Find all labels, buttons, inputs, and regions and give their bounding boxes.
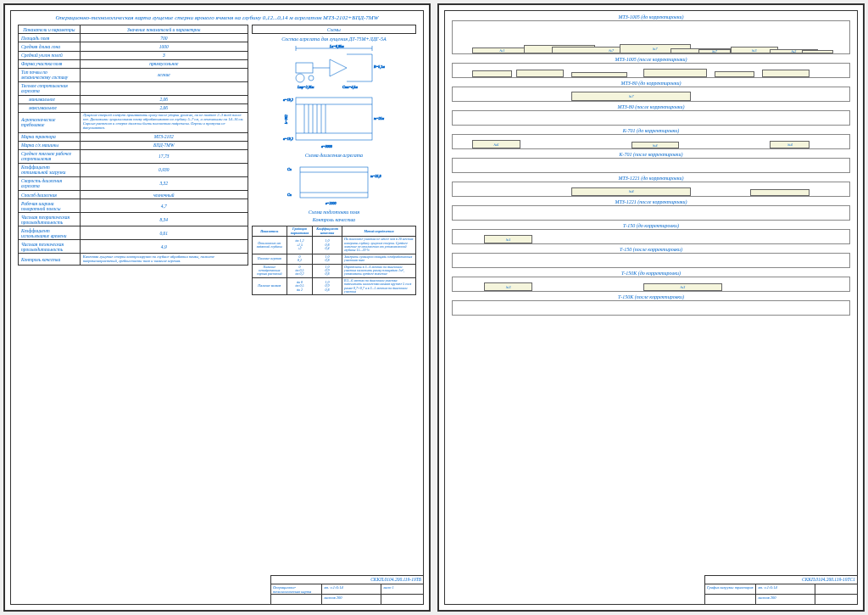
table-row: Коэффициент использование времени0,61	[19, 226, 248, 240]
quality-table: ПоказательГрадация нормативовКоэффициент…	[252, 226, 416, 295]
scheme1-svg: Lа=6,85м В=5,1м Lтр=2,35м Сти=4,5м	[279, 44, 389, 91]
col-header-1: Показатели и параметры	[19, 25, 81, 34]
svg-text:m=25,8: m=25,8	[370, 174, 381, 179]
chart-label: К-701 (до корректировки)	[452, 128, 850, 133]
chart-bar	[762, 70, 810, 77]
chart-label: К-701 (после корректировки)	[452, 152, 850, 157]
chart-grid	[452, 205, 850, 221]
chart-row: МТЗ-80 (после корректировки)	[452, 104, 850, 126]
chart-label: МТЗ-1005 (до корректировки)	[452, 14, 850, 20]
table-row: Часовая техническая производительность4,…	[19, 240, 248, 254]
svg-text:Сn: Сn	[287, 193, 292, 197]
table-row: Агротехнические требованиеЛущение стерне…	[19, 112, 248, 132]
chart-row: Т-150К (после корректировки)	[452, 294, 850, 316]
chart-bar: №3	[643, 283, 723, 291]
titleblock-left: СККП.0104.200.119-19ТБ Операционно-техно…	[270, 575, 423, 604]
col-header-3: Схемы	[252, 25, 415, 34]
chart-bar	[571, 72, 627, 77]
chart-row: Т-150 (после корректировки)	[452, 247, 850, 268]
sheet-right-inner: МТЗ-1005 (до корректировки)№1№2№7№7№7№3№…	[444, 10, 858, 605]
chart-bar: №6	[472, 140, 520, 148]
table-row: Марка трактораМТЗ-2102	[19, 132, 248, 141]
svg-point-5	[296, 74, 304, 82]
titleblock-right: СККП.0104.200.119-19ТС1 График загрузки …	[704, 575, 857, 604]
chart-grid	[452, 63, 850, 78]
chart-label: Т-150К (до корректировки)	[452, 271, 850, 276]
chart-grid: №3№3	[452, 277, 850, 292]
chart-grid: №1№2№7№7№7№3№2	[452, 20, 850, 54]
chart-label: Т-150 (после корректировки)	[452, 247, 850, 252]
table-row: Наличие неподрезанных сорных растений0 д…	[252, 264, 415, 277]
table-row: минимальное2,06	[19, 95, 248, 103]
table-row: Марка с/х машиныБПД-7МW	[19, 141, 248, 149]
chart-bar: №4	[770, 141, 810, 148]
scheme3-title: Схема подготовки поля	[252, 210, 416, 215]
chart-label: МТЗ-1221 (до корректировки)	[452, 176, 850, 181]
table-row: Скорость движения агрегата3,32	[19, 176, 248, 190]
table-row: Средний уклон полей3	[19, 51, 248, 59]
sheet-right: МТЗ-1005 (до корректировки)№1№2№7№7№7№3№…	[437, 3, 865, 612]
params-table: Показатели и параметры Значение показате…	[18, 25, 248, 266]
col-header-2: Значение показателей и параметров	[80, 25, 248, 34]
table-row: Рабочая ширина поворотной полосы4,7	[19, 199, 248, 213]
chart-grid: №7	[452, 87, 850, 102]
chart-bar	[802, 50, 833, 53]
svg-text:В=5,1м: В=5,1м	[374, 64, 385, 70]
table-row: Наличие комковдо 0до 0,5до 21,00,90,8В 3…	[252, 277, 415, 295]
chart-row: МТЗ-1221 (после корректировки)	[452, 199, 850, 221]
chart-bar	[715, 71, 754, 77]
chart-bar	[516, 70, 564, 77]
svg-rect-28	[300, 167, 368, 198]
chart-label: Т-150К (после корректировки)	[452, 294, 850, 299]
sheet-left: Операционно-технологическая карта лущени…	[3, 3, 431, 612]
scheme4-title: Контроль качества	[252, 217, 416, 222]
svg-text:Сти=4,5м: Сти=4,5м	[342, 85, 358, 90]
svg-text:Сn: Сn	[287, 167, 292, 171]
chart-label: МТЗ-1221 (после корректировки)	[452, 199, 850, 204]
table-row: Способ движениячелночный	[19, 191, 248, 199]
chart-row: К-701 (после корректировки)	[452, 152, 850, 173]
svg-text:α=19,2: α=19,2	[283, 137, 293, 142]
svg-text:в=2000: в=2000	[326, 201, 336, 205]
svg-rect-4	[296, 63, 313, 73]
table-row: Тяговое сопротивления агрегата	[19, 81, 248, 95]
chart-grid	[452, 110, 850, 126]
chart-bar: №7	[698, 49, 730, 53]
chart-row: Т-150 (до корректировки)№1	[452, 223, 850, 244]
chart-grid	[452, 158, 850, 173]
scheme2-svg: α=19,2 b=962 а=3000 m=25м α=19,2	[279, 91, 389, 150]
chart-bar: №1	[472, 48, 531, 53]
svg-text:Lтр=2,35м: Lтр=2,35м	[297, 85, 314, 90]
table-row: Тип почвы по механическому составулегкие	[19, 68, 248, 81]
svg-point-6	[309, 75, 314, 81]
table-row: Наличие огрехов00,21,00,8Замерить суммар…	[252, 254, 415, 264]
table-row: Среднее тяговое рабочее сопротивления17,…	[19, 149, 248, 163]
chart-grid	[452, 300, 850, 316]
chart-grid: №4	[452, 182, 850, 197]
chart-label: МТЗ-80 (до корректировки)	[452, 81, 850, 86]
scheme3-svg: Сn m=25,8 в=2000 Сn	[279, 160, 389, 207]
chart-bar: №4	[571, 187, 690, 196]
chart-row: МТЗ-1005 (после корректировки)	[452, 57, 850, 78]
chart-row: Т-150К (до корректировки)№3№3	[452, 271, 850, 292]
sheet-left-inner: Операционно-технологическая карта лущени…	[10, 10, 424, 605]
scheme2-title: Схема движения агрегата	[252, 153, 416, 158]
table-row: максимальное2,66	[19, 103, 248, 112]
chart-bar: №3	[484, 282, 531, 291]
svg-text:α=19,2: α=19,2	[283, 98, 293, 103]
table-row: Контроль качестваКачество лущение стерни…	[19, 254, 248, 266]
chart-label: МТЗ-1005 (после корректировки)	[452, 57, 850, 62]
chart-grid: №1	[452, 229, 850, 244]
charts-container: МТЗ-1005 (до корректировки)№1№2№7№7№7№3№…	[452, 14, 850, 316]
table-row: Форма участка поляпрямоугольное	[19, 59, 248, 68]
chart-bar: №4	[632, 142, 679, 148]
table-row: Средняя длина гона1000	[19, 42, 248, 51]
svg-rect-14	[296, 98, 372, 140]
table-row: Площадь поля700	[19, 34, 248, 42]
chart-bar: №1	[484, 235, 531, 243]
table-row: Отклонения от заданной глубиныдо 1,2±1,5…	[252, 237, 415, 254]
scheme1-title: Состав агрегата для лущения ДТ-75М+ЛДГ-5…	[252, 36, 416, 42]
chart-bar	[643, 69, 707, 77]
chart-bar: №7	[571, 92, 690, 101]
table-row: Коэффициент оптимальной загрузки0,939	[19, 163, 248, 176]
